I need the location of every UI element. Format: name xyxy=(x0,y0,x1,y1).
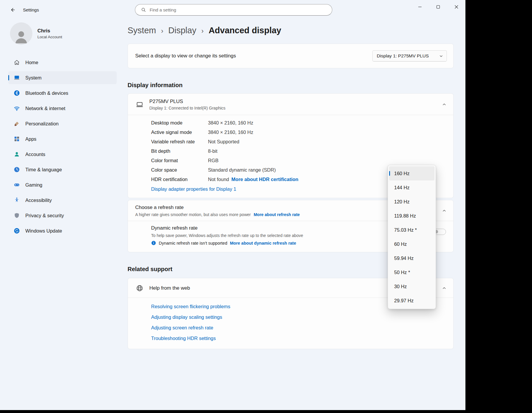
sidebar-item-apps[interactable]: Apps xyxy=(8,132,117,145)
sidebar-item-time-language[interactable]: Time & language xyxy=(8,163,117,176)
refresh-rate-option[interactable]: 50 Hz * xyxy=(389,265,434,279)
sidebar-item-gaming[interactable]: Gaming xyxy=(8,178,117,191)
close-icon xyxy=(455,5,458,9)
refresh-rate-option[interactable]: 60 Hz xyxy=(389,237,434,251)
chevron-right-icon: › xyxy=(161,26,163,35)
dynamic-refresh-rate-status-row: Dynamic refresh rate isn't supported Mor… xyxy=(151,240,303,246)
refresh-rate-option[interactable]: 59.94 Hz xyxy=(389,251,434,265)
titlebar: Settings xyxy=(0,0,465,19)
sidebar-item-accounts[interactable]: Accounts xyxy=(8,148,117,161)
back-button[interactable] xyxy=(7,4,18,15)
dynamic-refresh-rate-status: Dynamic refresh rate isn't supported xyxy=(159,241,227,246)
search-box[interactable] xyxy=(135,4,332,16)
chevron-down-icon xyxy=(439,54,443,58)
refresh-rate-option[interactable]: 29.97 Hz xyxy=(389,293,434,308)
help-from-web-title: Help from the web xyxy=(149,285,190,291)
sidebar-item-label: Bluetooth & devices xyxy=(25,90,68,96)
chevron-up-icon xyxy=(442,102,446,107)
search-input[interactable] xyxy=(150,7,327,12)
sidebar-item-label: Accounts xyxy=(25,152,45,157)
sidebar-item-label: Network & internet xyxy=(25,106,65,111)
display-selector-value: Display 1: P275MV PLUS xyxy=(377,53,429,59)
sidebar-item-label: Windows Update xyxy=(25,228,62,234)
app-title: Settings xyxy=(23,7,39,12)
display-selector-label: Select a display to view or change its s… xyxy=(135,53,236,59)
support-link-display-scaling[interactable]: Adjusting display scaling settings xyxy=(151,314,446,320)
dynamic-refresh-rate-text: Dynamic refresh rate To help save power,… xyxy=(151,225,303,246)
support-link-hdr-settings[interactable]: Troubleshooting HDR settings xyxy=(151,336,446,341)
system-icon xyxy=(14,74,20,81)
display-information-heading: Display information xyxy=(128,82,454,89)
user-profile[interactable]: Chris Local Account xyxy=(10,22,62,45)
monitor-icon xyxy=(136,101,143,108)
sidebar-item-network-internet[interactable]: Network & internet xyxy=(8,102,117,115)
user-account-type: Local Account xyxy=(37,35,62,39)
collapse-refresh-rate-button[interactable] xyxy=(439,206,449,216)
apps-icon xyxy=(14,136,20,142)
more-about-refresh-rate-link[interactable]: More about refresh rate xyxy=(254,212,300,217)
breadcrumb-system[interactable]: System xyxy=(128,26,156,35)
time-language-icon xyxy=(14,166,20,173)
sidebar-item-system[interactable]: System xyxy=(8,71,117,84)
sidebar-item-label: Gaming xyxy=(25,182,42,188)
globe-icon xyxy=(136,284,143,292)
close-button[interactable] xyxy=(447,0,465,14)
sidebar-item-label: Personalization xyxy=(25,121,59,127)
collapse-display-info-button[interactable] xyxy=(439,99,449,110)
refresh-rate-option[interactable]: 120 Hz xyxy=(389,195,434,209)
collapse-help-button[interactable] xyxy=(439,283,449,293)
sidebar-item-label: Apps xyxy=(25,136,37,142)
refresh-rate-title: Choose a refresh rate xyxy=(135,205,300,210)
display-selector-card: Select a display to view or change its s… xyxy=(128,44,454,68)
refresh-rate-option[interactable]: 30 Hz xyxy=(389,279,434,293)
info-icon xyxy=(151,240,156,246)
user-name: Chris xyxy=(37,28,62,34)
sidebar-nav: Home System Bluetooth & devices Network … xyxy=(8,56,117,240)
avatar xyxy=(10,22,32,45)
privacy-security-icon xyxy=(14,212,20,219)
refresh-rate-option[interactable]: 75.03 Hz * xyxy=(389,223,434,237)
home-icon xyxy=(14,59,20,66)
support-link-screen-refresh-rate[interactable]: Adjusting screen refresh rate xyxy=(151,325,446,331)
refresh-rate-option[interactable]: 160 Hz xyxy=(389,166,434,180)
window-controls xyxy=(411,0,465,14)
minimize-button[interactable] xyxy=(411,0,429,14)
network-icon xyxy=(14,105,20,112)
sidebar-item-label: Home xyxy=(25,60,38,65)
user-info: Chris Local Account xyxy=(37,28,62,39)
display-adapter-properties-link[interactable]: Display adapter properties for Display 1 xyxy=(151,186,236,192)
sidebar: Chris Local Account Home System Bluetoot… xyxy=(0,19,121,410)
accessibility-icon xyxy=(14,197,20,203)
breadcrumb-display[interactable]: Display xyxy=(168,26,196,35)
person-icon xyxy=(13,28,29,45)
sidebar-item-accessibility[interactable]: Accessibility xyxy=(8,194,117,207)
back-arrow-icon xyxy=(10,7,16,13)
maximize-icon xyxy=(436,5,440,9)
gaming-icon xyxy=(14,182,20,188)
sidebar-item-personalization[interactable]: Personalization xyxy=(8,117,117,130)
bluetooth-icon xyxy=(14,90,20,96)
info-row-variable-refresh-rate: Variable refresh rate Not Supported xyxy=(151,137,446,146)
refresh-rate-option[interactable]: 144 Hz xyxy=(389,180,434,195)
display-selector-dropdown[interactable]: Display 1: P275MV PLUS xyxy=(372,50,447,62)
more-about-dynamic-refresh-rate-link[interactable]: More about dynamic refresh rate xyxy=(230,241,296,246)
device-info: P275MV PLUS Display 1: Connected to Inte… xyxy=(149,99,225,110)
display-information-header[interactable]: P275MV PLUS Display 1: Connected to Inte… xyxy=(128,94,453,115)
dynamic-refresh-rate-title: Dynamic refresh rate xyxy=(151,225,303,231)
sidebar-item-label: Time & language xyxy=(25,167,62,173)
dynamic-refresh-rate-description: To help save power, Windows adjusts the … xyxy=(151,233,303,238)
refresh-rate-option[interactable]: 119.88 Hz xyxy=(389,209,434,223)
hdr-certification-link[interactable]: More about HDR certification xyxy=(232,177,298,182)
sidebar-item-windows-update[interactable]: Windows Update xyxy=(8,224,117,237)
info-row-color-format: Color format RGB xyxy=(151,156,446,165)
sidebar-item-privacy-security[interactable]: Privacy & security xyxy=(8,209,117,222)
sidebar-item-bluetooth-devices[interactable]: Bluetooth & devices xyxy=(8,87,117,99)
accounts-icon xyxy=(14,151,20,157)
chevron-right-icon: › xyxy=(201,26,204,35)
refresh-rate-text: Choose a refresh rate A higher rate give… xyxy=(135,205,300,217)
chevron-up-icon xyxy=(442,209,446,213)
sidebar-item-label: Privacy & security xyxy=(25,213,64,218)
maximize-button[interactable] xyxy=(429,0,447,14)
sidebar-item-home[interactable]: Home xyxy=(8,56,117,69)
info-row-bit-depth: Bit depth 8-bit xyxy=(151,146,446,156)
